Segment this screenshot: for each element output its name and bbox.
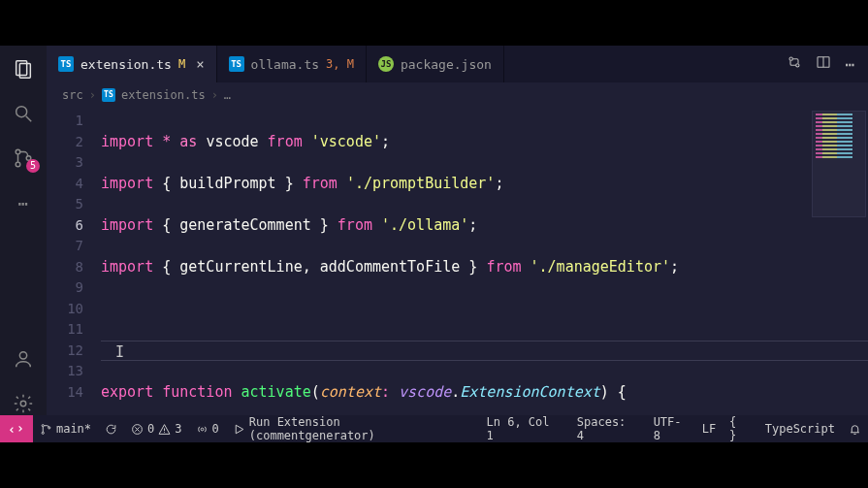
chevron-right-icon: › (211, 88, 218, 102)
status-sync[interactable] (98, 415, 124, 442)
tab-package-json[interactable]: JS package.json (367, 46, 504, 82)
svg-point-10 (796, 64, 799, 67)
search-icon[interactable] (12, 102, 35, 125)
text-cursor (110, 342, 111, 358)
svg-point-21 (201, 428, 204, 431)
status-language[interactable]: { } TypeScript (723, 415, 842, 442)
split-editor-icon[interactable] (816, 54, 831, 74)
status-bar: main* 0 3 0 Run Extension (commentgenera… (0, 415, 868, 442)
tabs: TS extension.ts M × TS ollama.ts 3, M JS… (47, 46, 868, 82)
svg-point-4 (16, 149, 20, 154)
line-gutter: 1 2 3 4 5 6 7 8 9 10 11 12 13 14 (47, 107, 101, 415)
tab-modified-indicator: M (178, 57, 185, 71)
typescript-icon: TS (58, 56, 74, 72)
status-notifications[interactable] (842, 415, 868, 442)
crumb-folder: src (62, 88, 83, 102)
typescript-icon: TS (229, 56, 244, 72)
svg-point-2 (16, 107, 27, 117)
account-icon[interactable] (12, 347, 35, 371)
close-icon[interactable]: × (196, 56, 204, 72)
svg-point-8 (20, 401, 26, 407)
crumb-file: extension.ts (121, 88, 206, 102)
explorer-icon[interactable] (12, 57, 35, 81)
svg-point-7 (19, 352, 26, 359)
settings-gear-icon[interactable] (12, 392, 35, 415)
remote-indicator[interactable] (0, 415, 33, 442)
status-debug-task[interactable]: Run Extension (commentgenerator) (226, 415, 480, 442)
more-actions-icon[interactable]: ⋯ (845, 55, 854, 74)
chevron-right-icon: › (89, 88, 96, 102)
minimap[interactable] (812, 111, 866, 217)
crumb-ellipsis: … (224, 88, 231, 102)
json-icon: JS (378, 56, 394, 72)
status-cursor[interactable]: Ln 6, Col 1 (479, 415, 569, 442)
status-encoding[interactable]: UTF-8 (647, 415, 695, 442)
activity-bar: 5 ⋯ (0, 46, 47, 415)
scm-badge: 5 (26, 159, 40, 173)
source-control-icon[interactable]: 5 (12, 146, 35, 170)
status-indent[interactable]: Spaces: 4 (570, 415, 647, 442)
compare-changes-icon[interactable] (787, 54, 802, 74)
tab-ollama-ts[interactable]: TS ollama.ts 3, M (217, 46, 367, 82)
breadcrumb[interactable]: src › TS extension.ts › … (47, 82, 868, 107)
typescript-icon: TS (102, 88, 115, 102)
svg-point-5 (16, 162, 20, 167)
svg-point-13 (42, 424, 44, 426)
svg-line-3 (26, 116, 32, 122)
tab-diff-indicator: 3, M (326, 57, 354, 71)
code-editor[interactable]: 1 2 3 4 5 6 7 8 9 10 11 12 13 14 import … (47, 107, 868, 415)
status-ports[interactable]: 0 (189, 415, 226, 442)
status-problems[interactable]: 0 3 (124, 415, 188, 442)
tab-label: ollama.ts (251, 57, 319, 72)
more-icon[interactable]: ⋯ (12, 191, 35, 214)
svg-marker-22 (236, 425, 243, 434)
tab-label: package.json (401, 57, 492, 72)
code-area[interactable]: import * as vscode from 'vscode'; import… (101, 107, 868, 415)
svg-point-9 (789, 57, 792, 60)
svg-point-14 (42, 432, 44, 434)
status-branch[interactable]: main* (33, 415, 98, 442)
tab-label: extension.ts (80, 57, 172, 72)
tab-extension-ts[interactable]: TS extension.ts M × (47, 46, 217, 82)
status-eol[interactable]: LF (695, 415, 723, 442)
